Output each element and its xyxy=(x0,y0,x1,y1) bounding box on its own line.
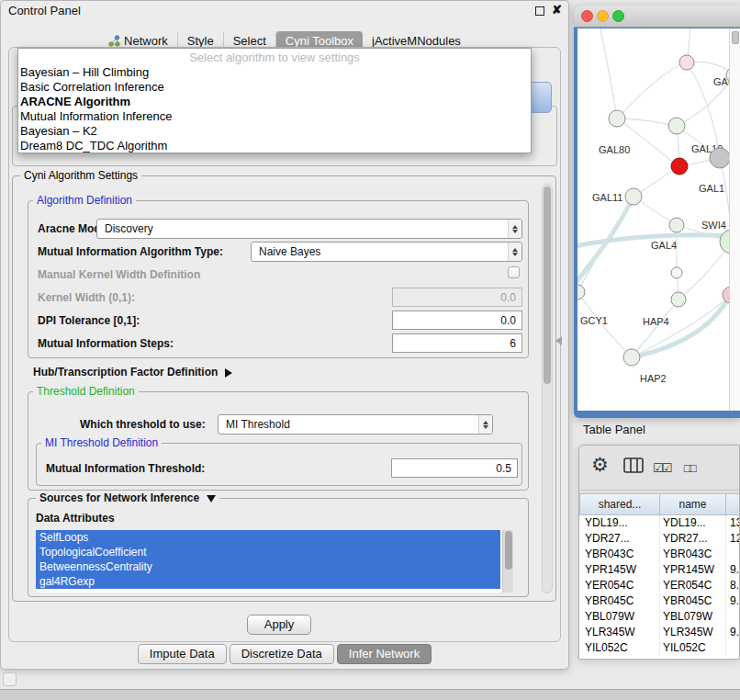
column-header[interactable]: name xyxy=(660,493,726,515)
attributes-scrollbar[interactable] xyxy=(502,530,513,593)
mi-threshold-input[interactable] xyxy=(391,458,518,478)
network-node[interactable] xyxy=(668,118,685,134)
table-row[interactable]: YBR043CYBR043C xyxy=(579,547,739,562)
algorithm-option[interactable]: Bayesian – Hill Climbing xyxy=(18,65,531,80)
hub-definition-toggle[interactable]: Hub/Transcription Factor Definition xyxy=(33,366,232,378)
tab-label: Style xyxy=(187,34,214,48)
algorithm-option[interactable]: Basic Correlation Inference xyxy=(18,80,531,95)
table-cell: YIL052C xyxy=(579,640,660,656)
attribute-item[interactable]: SelfLoops xyxy=(36,530,500,545)
sources-group: Sources for Network Inference Data Attri… xyxy=(28,498,529,597)
which-threshold-select[interactable]: MI Threshold xyxy=(218,414,493,435)
table-cell: YBL079W xyxy=(579,609,660,625)
network-node[interactable] xyxy=(669,218,684,232)
minimize-traffic-light-icon[interactable] xyxy=(597,10,609,22)
collapsed-arrow-icon[interactable] xyxy=(225,368,232,378)
aracne-mode-value: Discovery xyxy=(97,222,508,235)
algorithm-option[interactable]: Bayesian – K2 xyxy=(18,124,531,139)
close-traffic-light-icon[interactable] xyxy=(581,10,593,22)
gear-icon[interactable]: ⚙ xyxy=(591,455,609,474)
table-row[interactable]: YER054CYER054C8. xyxy=(579,578,739,593)
network-node[interactable] xyxy=(609,110,625,127)
mi-type-label: Mutual Information Algorithm Type: xyxy=(38,245,223,258)
network-node[interactable] xyxy=(679,55,694,70)
mi-threshold-group-title: MI Threshold Definition xyxy=(41,436,162,450)
bottom-tab-impute-data[interactable]: Impute Data xyxy=(138,644,227,664)
table-cell: YBL079W xyxy=(660,609,726,625)
tab-label: Select xyxy=(233,34,266,48)
window-grip-icon[interactable] xyxy=(3,672,17,686)
network-node[interactable] xyxy=(625,188,642,205)
table-row[interactable]: YBL079WYBL079W xyxy=(579,609,739,625)
algorithm-popup-placeholder: Select algorithm to view settings xyxy=(18,51,531,65)
bottom-tab-discretize-data[interactable]: Discretize Data xyxy=(230,644,334,664)
table-row[interactable]: YDL19...YDL19...13 xyxy=(579,515,739,531)
algorithm-option[interactable]: Mutual Information Inference xyxy=(18,109,531,124)
table-cell: 8. xyxy=(726,578,739,593)
network-window-titlebar[interactable] xyxy=(574,6,740,28)
algorithm-option[interactable]: ARACNE Algorithm xyxy=(18,95,531,109)
attributes-scrollbar-thumb[interactable] xyxy=(505,531,512,570)
data-attributes-label: Data Attributes xyxy=(36,512,115,525)
mi-type-value: Naive Bayes xyxy=(252,245,508,258)
network-canvas[interactable]: GALGAL80GAL10GAL1GAL11SWI4GAL4GCY1HAP4YH… xyxy=(577,28,740,411)
network-node[interactable] xyxy=(671,267,682,278)
aracne-mode-select[interactable]: Discovery xyxy=(96,219,522,239)
control-panel-window: Control Panel ✘ NetworkStyleSelectCyni T… xyxy=(0,0,569,670)
attribute-item[interactable]: TopologicalCoefficient xyxy=(36,545,500,559)
algorithm-option[interactable]: Dream8 DC_TDC Algorithm xyxy=(18,139,531,153)
dpi-tolerance-input[interactable] xyxy=(392,310,522,330)
apply-button[interactable]: Apply xyxy=(247,615,311,635)
deselect-all-icon[interactable]: □□ xyxy=(684,462,695,474)
mi-type-select[interactable]: Naive Bayes xyxy=(251,242,522,262)
column-header[interactable]: shared... xyxy=(579,493,660,515)
table-cell: YLR345W xyxy=(579,625,660,640)
table-cell: 12 xyxy=(726,531,739,547)
network-scrollbar[interactable] xyxy=(729,28,740,411)
table-row[interactable]: YLR345WYLR345W9. xyxy=(579,625,739,640)
network-node[interactable] xyxy=(671,158,688,175)
mi-steps-input[interactable] xyxy=(392,333,522,353)
table-cell: YBR045C xyxy=(579,593,660,609)
network-node[interactable] xyxy=(623,349,640,366)
select-all-icon[interactable]: ☑☑ xyxy=(653,462,670,474)
splitter-collapse-icon[interactable] xyxy=(555,336,562,345)
attribute-item[interactable]: BetweennessCentrality xyxy=(36,559,500,574)
table-row[interactable]: YDR27...YDR27...12 xyxy=(579,531,739,547)
control-panel-bottom-tabs: Impute DataDiscretize DataInfer Network xyxy=(1,644,568,664)
network-node[interactable] xyxy=(671,292,686,307)
mi-threshold-label: Mutual Information Threshold: xyxy=(46,462,205,475)
which-threshold-value: MI Threshold xyxy=(219,418,478,431)
network-node[interactable] xyxy=(710,148,730,168)
manual-kernel-checkbox[interactable] xyxy=(508,266,520,278)
zoom-traffic-light-icon[interactable] xyxy=(612,10,624,22)
network-scrollbar-thumb[interactable] xyxy=(732,31,739,44)
network-node-label: HAP2 xyxy=(640,373,667,384)
settings-scrollbar-thumb[interactable] xyxy=(544,186,551,384)
algorithm-definition-title: Algorithm Definition xyxy=(33,194,136,208)
data-attributes-list: SelfLoopsTopologicalCoefficientBetweenne… xyxy=(36,530,513,593)
bottom-tab-infer-network[interactable]: Infer Network xyxy=(337,644,432,664)
table-cell: YER054C xyxy=(579,578,660,593)
columns-icon[interactable] xyxy=(623,457,644,476)
table-panel-window: ⚙ ☑☑ □□ shared...name YDL19...YDL19...13… xyxy=(578,445,740,660)
stepper-arrows-icon xyxy=(508,220,521,238)
close-window-icon[interactable]: ✘ xyxy=(552,3,562,17)
table-row[interactable]: YBR045CYBR045C9. xyxy=(579,593,739,609)
column-header[interactable] xyxy=(726,493,740,515)
table-row[interactable]: YPR145WYPR145W9. xyxy=(579,562,739,578)
desktop: Control Panel ✘ NetworkStyleSelectCyni T… xyxy=(0,0,740,700)
tab-label: Network xyxy=(124,34,168,48)
stepper-arrows-icon xyxy=(478,415,492,434)
table-cell: YPR145W xyxy=(579,562,660,578)
settings-scrollbar[interactable] xyxy=(542,184,553,593)
float-window-icon[interactable] xyxy=(535,6,544,16)
network-node-label: GCY1 xyxy=(580,315,608,326)
kernel-width-input xyxy=(392,288,522,307)
table-row[interactable]: YIL052CYIL052C xyxy=(579,640,739,656)
sources-group-toggle[interactable]: Sources for Network Inference xyxy=(36,491,219,505)
network-node[interactable] xyxy=(577,285,585,299)
network-icon xyxy=(108,35,120,47)
attribute-item[interactable]: gal4RGexp xyxy=(36,574,500,589)
expanded-arrow-icon[interactable] xyxy=(207,495,216,502)
